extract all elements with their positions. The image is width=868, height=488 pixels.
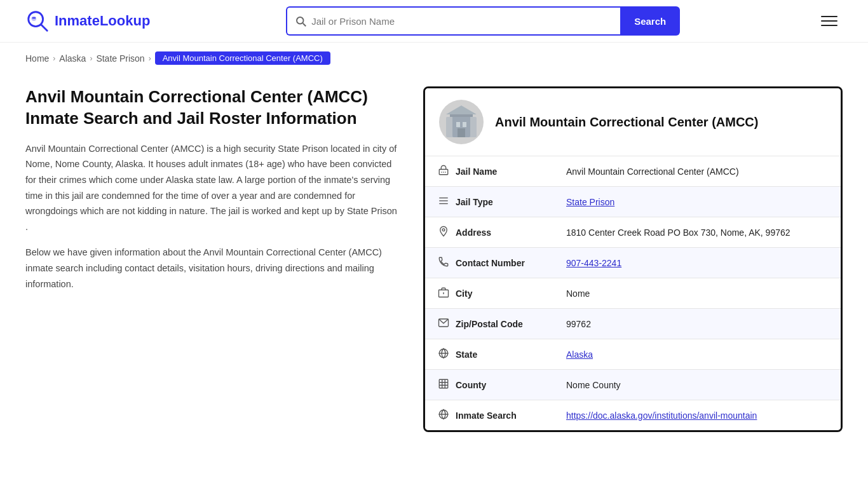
search-button[interactable]: Search: [620, 6, 680, 36]
menu-line-2: [821, 20, 837, 22]
facility-thumbnail: [439, 100, 484, 144]
menu-line-1: [821, 16, 837, 17]
row-label: Inmate Search: [453, 400, 555, 431]
svg-line-1: [41, 25, 48, 31]
site-header: InmateLookup Search: [0, 0, 868, 43]
state-icon: [425, 339, 453, 370]
card-header: Anvil Mountain Correctional Center (AMCC…: [425, 88, 841, 156]
county-icon: [425, 370, 453, 400]
svg-marker-12: [446, 105, 477, 114]
logo-link[interactable]: InmateLookup: [25, 9, 150, 33]
facility-card: Anvil Mountain Correctional Center (AMCC…: [423, 86, 843, 432]
chevron-icon-1: ›: [53, 54, 55, 63]
svg-point-23: [442, 229, 445, 231]
breadcrumb-home[interactable]: Home: [25, 53, 49, 64]
table-row: CountyNome County: [425, 370, 841, 400]
chevron-icon-2: ›: [90, 54, 92, 63]
table-row: Jail NameAnvil Mountain Correctional Cen…: [425, 156, 841, 187]
svg-rect-10: [458, 128, 465, 137]
row-value: Anvil Mountain Correctional Center (AMCC…: [555, 156, 841, 187]
row-label: City: [453, 278, 555, 309]
card-title: Anvil Mountain Correctional Center (AMCC…: [495, 115, 758, 130]
table-row: Contact Number907-443-2241: [425, 248, 841, 278]
table-row: CityNome: [425, 278, 841, 309]
row-value: 99762: [555, 309, 841, 339]
search-area: Search: [286, 6, 680, 36]
svg-rect-9: [463, 122, 466, 127]
logo-icon: [25, 9, 50, 33]
menu-line-3: [821, 25, 837, 26]
table-row: Zip/Postal Code99762: [425, 309, 841, 339]
list-icon-link[interactable]: State Prison: [566, 197, 614, 207]
search-input[interactable]: [311, 16, 613, 27]
jail-icon: [425, 156, 453, 187]
row-value[interactable]: 907-443-2241: [555, 248, 841, 278]
row-value: Nome County: [555, 370, 841, 400]
inmate-search-icon-link[interactable]: https://doc.alaska.gov/institutions/anvi…: [566, 410, 757, 421]
svg-rect-8: [456, 122, 460, 127]
row-value[interactable]: Alaska: [555, 339, 841, 370]
table-row: Inmate Searchhttps://doc.alaska.gov/inst…: [425, 400, 841, 431]
menu-button[interactable]: [816, 11, 843, 31]
row-value: Nome: [555, 278, 841, 309]
svg-point-4: [297, 17, 304, 24]
info-table: Jail NameAnvil Mountain Correctional Cen…: [425, 156, 841, 430]
state-icon-link[interactable]: Alaska: [566, 349, 593, 360]
phone-icon: [425, 248, 453, 278]
main-content: Anvil Mountain Correctional Center (AMCC…: [0, 74, 868, 458]
row-value[interactable]: State Prison: [555, 187, 841, 217]
search-input-wrap: [286, 6, 620, 36]
row-value: 1810 Center Creek Road PO Box 730, Nome,…: [555, 217, 841, 248]
svg-rect-11: [450, 114, 473, 117]
table-row: Jail TypeState Prison: [425, 187, 841, 217]
svg-line-5: [303, 24, 306, 27]
phone-icon-link[interactable]: 907-443-2241: [566, 258, 621, 268]
row-label: Zip/Postal Code: [453, 309, 555, 339]
location-icon: [425, 217, 453, 248]
zip-icon: [425, 309, 453, 339]
row-label: Contact Number: [453, 248, 555, 278]
list-icon: [425, 187, 453, 217]
row-label: Address: [453, 217, 555, 248]
breadcrumb-current: Anvil Mountain Correctional Center (AMCC…: [155, 51, 330, 65]
page-title: Anvil Mountain Correctional Center (AMCC…: [25, 86, 398, 130]
description-2: Below we have given information about th…: [25, 245, 398, 292]
breadcrumb: Home › Alaska › State Prison › Anvil Mou…: [0, 43, 868, 74]
inmate-search-icon: [425, 400, 453, 431]
left-column: Anvil Mountain Correctional Center (AMCC…: [25, 86, 398, 302]
description-1: Anvil Mountain Correctional Center (AMCC…: [25, 141, 398, 235]
chevron-icon-3: ›: [149, 54, 151, 63]
row-label: County: [453, 370, 555, 400]
svg-rect-3: [32, 17, 36, 18]
table-row: Address1810 Center Creek Road PO Box 730…: [425, 217, 841, 248]
row-label: Jail Type: [453, 187, 555, 217]
row-label: Jail Name: [453, 156, 555, 187]
logo-text: InmateLookup: [55, 13, 150, 29]
row-label: State: [453, 339, 555, 370]
city-icon: [425, 278, 453, 309]
breadcrumb-alaska[interactable]: Alaska: [59, 53, 86, 64]
search-icon: [295, 15, 306, 27]
row-value[interactable]: https://doc.alaska.gov/institutions/anvi…: [555, 400, 841, 431]
table-row: StateAlaska: [425, 339, 841, 370]
building-icon: [444, 104, 479, 140]
breadcrumb-state-prison[interactable]: State Prison: [96, 53, 144, 64]
svg-rect-31: [439, 379, 448, 388]
